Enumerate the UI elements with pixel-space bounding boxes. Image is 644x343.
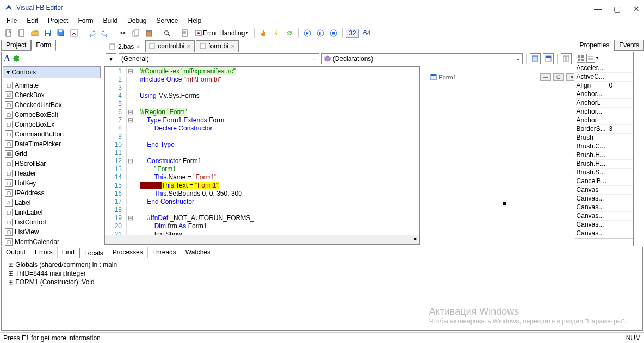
- control-grid[interactable]: ▦Grid: [3, 149, 101, 159]
- property-row[interactable]: Brush.H...: [575, 151, 633, 160]
- control-hscrollbar[interactable]: ▢HScrollBar: [3, 159, 101, 169]
- file-tab[interactable]: form.bi✕: [196, 40, 239, 52]
- split-icon[interactable]: [561, 53, 572, 64]
- locals-body[interactable]: ⊞ Globals (shared/common) in : main⊞ ThI…: [2, 258, 642, 330]
- tab-project[interactable]: Project: [1, 40, 31, 51]
- prop-category-icon[interactable]: [577, 54, 585, 63]
- find-icon[interactable]: [162, 28, 172, 39]
- control-hotkey[interactable]: ▢HotKey: [3, 178, 101, 188]
- compile-icon[interactable]: [179, 28, 190, 39]
- control-linklabel[interactable]: ▢LinkLabel: [3, 208, 101, 217]
- puzzle-icon[interactable]: [13, 55, 20, 63]
- resize-handle[interactable]: [503, 202, 506, 205]
- property-row[interactable]: ActiveC...: [575, 73, 633, 82]
- bottom-tab-output[interactable]: Output: [2, 247, 30, 258]
- save-all-icon[interactable]: [55, 28, 66, 39]
- control-listcontrol[interactable]: ▢ListControl: [3, 217, 101, 227]
- control-checkedlistbox[interactable]: ▢CheckedListBox: [3, 100, 101, 110]
- close-tab-icon[interactable]: ✕: [231, 43, 235, 49]
- property-row[interactable]: Align0: [575, 82, 633, 90]
- property-row[interactable]: Canvas...: [575, 229, 633, 238]
- locals-item[interactable]: ⊞ Globals (shared/common) in : main: [4, 260, 640, 269]
- scope-arrow-icon[interactable]: ▾: [106, 53, 116, 64]
- property-row[interactable]: Acceler...: [575, 64, 633, 73]
- tab-form[interactable]: Form: [31, 40, 56, 51]
- bottom-tab-processes[interactable]: Processes: [108, 247, 148, 258]
- code-editor[interactable]: 1⊟'#Compile -ex "mff\xpmanifest.rc"2 #In…: [104, 66, 420, 245]
- error-handling-dropdown[interactable]: Error Handling ▾: [193, 28, 251, 39]
- cut-icon[interactable]: ✂: [117, 28, 128, 39]
- control-monthcalendar[interactable]: ▢MonthCalendar: [3, 237, 101, 246]
- control-header[interactable]: ▢Header: [3, 169, 101, 178]
- tab-events[interactable]: Events: [614, 40, 644, 51]
- property-row[interactable]: Canvas...: [575, 203, 633, 212]
- bottom-tab-errors[interactable]: Errors: [30, 247, 58, 258]
- menu-debug[interactable]: Debug: [123, 16, 151, 26]
- control-label[interactable]: ALabel: [3, 198, 101, 208]
- form-close-icon[interactable]: ✕: [566, 73, 574, 81]
- pause-icon[interactable]: [315, 28, 326, 39]
- paste-icon[interactable]: [144, 28, 154, 39]
- file-tab[interactable]: control.bi✕: [145, 40, 195, 52]
- bottom-tab-find[interactable]: Find: [58, 247, 79, 258]
- property-row[interactable]: Brush.S...: [575, 169, 633, 177]
- form-designer[interactable]: Form1 — ▢ ✕: [422, 66, 573, 245]
- stop-icon[interactable]: [328, 28, 339, 39]
- property-row[interactable]: Anchor...: [575, 108, 633, 116]
- form-minimize-icon[interactable]: —: [540, 73, 551, 81]
- close-tab-icon[interactable]: ✕: [136, 44, 140, 50]
- run-icon[interactable]: [302, 28, 313, 39]
- control-listview[interactable]: ▢ListView: [3, 227, 101, 237]
- property-row[interactable]: Brush: [575, 134, 633, 142]
- property-row[interactable]: BorderS...3: [575, 125, 633, 134]
- property-row[interactable]: AnchorL: [575, 99, 633, 108]
- bottom-tab-watches[interactable]: Watches: [181, 247, 215, 258]
- menu-file[interactable]: File: [2, 16, 21, 26]
- menu-project[interactable]: Project: [44, 16, 72, 26]
- property-row[interactable]: Brush.C...: [575, 142, 633, 151]
- redo-icon[interactable]: [100, 28, 110, 39]
- bottom-tab-locals[interactable]: Locals: [79, 248, 108, 258]
- new-file-icon[interactable]: [3, 28, 14, 39]
- open-icon[interactable]: [29, 28, 40, 39]
- minimize-button[interactable]: —: [594, 4, 600, 11]
- menu-edit[interactable]: Edit: [22, 16, 42, 26]
- menu-build[interactable]: Build: [98, 16, 122, 26]
- undo-icon[interactable]: [86, 28, 97, 39]
- view-code-icon[interactable]: [530, 53, 541, 64]
- control-datetimepicker[interactable]: ▢DateTimePicker: [3, 139, 101, 149]
- locals-item[interactable]: ⊞ ThID=8444 main:Integer: [4, 269, 640, 278]
- control-animate[interactable]: ▢Animate: [3, 80, 101, 90]
- control-checkbox[interactable]: ☑CheckBox: [3, 90, 101, 100]
- view-form-icon[interactable]: [543, 53, 554, 64]
- control-ipaddress[interactable]: ▢IPAddress: [3, 188, 101, 198]
- member-combo[interactable]: (Declarations)⌄: [321, 53, 522, 64]
- save-icon[interactable]: [42, 28, 53, 39]
- property-row[interactable]: Brush.H...: [575, 160, 633, 169]
- new-project-icon[interactable]: [16, 28, 27, 39]
- property-row[interactable]: Anchor...: [575, 90, 633, 99]
- control-comboboxex[interactable]: ▢ComboBoxEx: [3, 120, 101, 129]
- file-tab[interactable]: 2.bas✕: [106, 41, 144, 52]
- maximize-button[interactable]: ▢: [614, 4, 620, 11]
- close-button[interactable]: ✕: [633, 4, 640, 11]
- property-row[interactable]: Canvas...: [575, 195, 633, 203]
- bottom-tab-threads[interactable]: Threads: [148, 247, 181, 258]
- controls-header[interactable]: ▾ Controls: [3, 66, 101, 78]
- prop-sort-icon[interactable]: [586, 54, 595, 63]
- locals-item[interactable]: ⊞ FORM1 (Constructor) :Void: [4, 278, 640, 286]
- control-comboboxedit[interactable]: ▢ComboBoxEdit: [3, 110, 101, 120]
- form-maximize-icon[interactable]: ▢: [553, 73, 564, 81]
- copy-icon[interactable]: [131, 28, 141, 39]
- close-tab-icon[interactable]: ✕: [187, 43, 191, 49]
- menu-service[interactable]: Service: [152, 16, 182, 26]
- bolt-icon[interactable]: [271, 28, 282, 39]
- form-window[interactable]: Form1 — ▢ ✕: [428, 71, 574, 201]
- tab-properties[interactable]: Properties: [575, 40, 615, 51]
- refresh-icon[interactable]: [284, 28, 295, 39]
- close-file-icon[interactable]: [69, 28, 79, 39]
- property-row[interactable]: Canvas...: [575, 221, 633, 229]
- flame-icon[interactable]: [258, 28, 269, 39]
- menu-help[interactable]: Help: [183, 16, 206, 26]
- control-commandbutton[interactable]: ▢CommandButton: [3, 129, 101, 139]
